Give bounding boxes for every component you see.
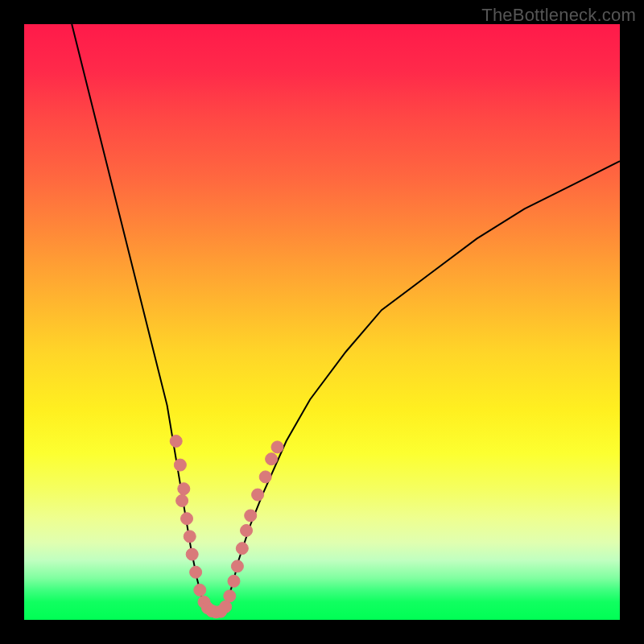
data-point xyxy=(176,495,188,507)
data-point xyxy=(231,560,243,572)
data-point xyxy=(174,459,186,471)
data-point xyxy=(228,575,240,587)
data-point xyxy=(194,584,206,597)
watermark-text: TheBottleneck.com xyxy=(481,5,636,26)
curve-group xyxy=(72,24,620,614)
data-point xyxy=(241,525,253,537)
curve-right-curve xyxy=(221,161,620,613)
curve-left-curve xyxy=(72,24,208,614)
data-point xyxy=(184,530,196,543)
data-point xyxy=(186,548,198,560)
chart-svg xyxy=(24,24,620,620)
data-point xyxy=(190,566,202,578)
data-point xyxy=(170,436,182,448)
data-point xyxy=(181,513,193,525)
plot-area xyxy=(24,24,620,620)
data-point xyxy=(178,483,190,495)
data-point xyxy=(236,543,248,555)
data-point xyxy=(220,601,232,613)
data-point xyxy=(271,441,283,453)
data-point xyxy=(252,489,264,501)
data-point xyxy=(266,453,278,465)
chart-container: TheBottleneck.com xyxy=(0,0,644,644)
data-point xyxy=(224,590,236,602)
data-point xyxy=(245,510,257,522)
data-point xyxy=(259,471,271,483)
